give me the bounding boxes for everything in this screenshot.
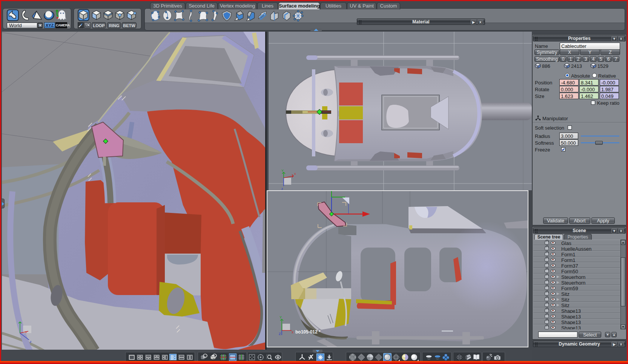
svg-text:x: x [294,172,296,176]
svg-text:z: z [281,187,283,190]
svg-text:Y: Y [279,315,282,319]
svg-text:bo105-012 *: bo105-012 * [295,329,321,335]
svg-text:x: x [25,330,27,334]
svg-text:z: z [30,340,32,344]
svg-text:Y: Y [281,169,284,173]
svg-text:x: x [292,330,293,334]
svg-text:Z: Z [279,332,281,336]
